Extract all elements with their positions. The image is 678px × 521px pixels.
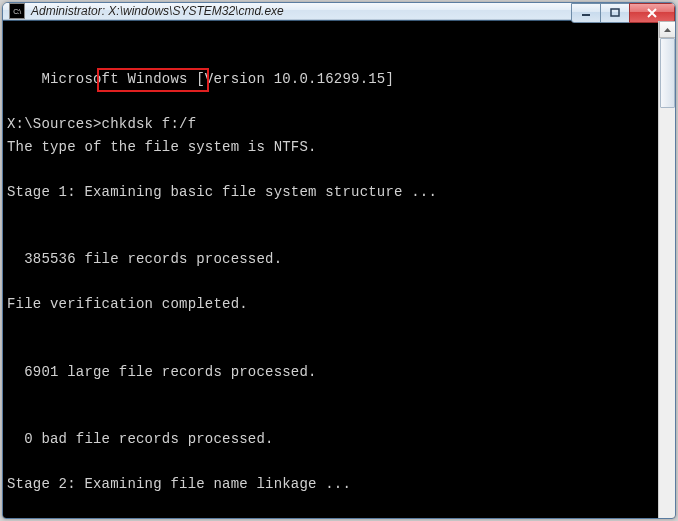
close-icon: [646, 8, 658, 18]
cmd-icon: C:\: [9, 3, 25, 19]
titlebar[interactable]: C:\ Administrator: X:\windows\SYSTEM32\c…: [3, 3, 675, 20]
terminal-output[interactable]: Microsoft Windows [Version 10.0.16299.15…: [3, 21, 658, 519]
svg-rect-0: [582, 14, 590, 16]
maximize-icon: [610, 8, 620, 18]
maximize-button[interactable]: [600, 3, 630, 23]
minimize-icon: [581, 8, 591, 18]
minimize-button[interactable]: [571, 3, 601, 23]
cmd-window: C:\ Administrator: X:\windows\SYSTEM32\c…: [2, 2, 676, 519]
vertical-scrollbar[interactable]: [658, 21, 675, 519]
window-controls: [572, 3, 675, 23]
scroll-thumb[interactable]: [660, 38, 675, 108]
close-button[interactable]: [629, 3, 675, 23]
window-title: Administrator: X:\windows\SYSTEM32\cmd.e…: [31, 4, 284, 18]
chevron-up-icon: [664, 28, 671, 32]
client-area: Microsoft Windows [Version 10.0.16299.15…: [3, 20, 675, 519]
svg-rect-1: [611, 9, 619, 16]
command-highlight-box: [97, 68, 209, 92]
scroll-up-button[interactable]: [659, 21, 676, 38]
